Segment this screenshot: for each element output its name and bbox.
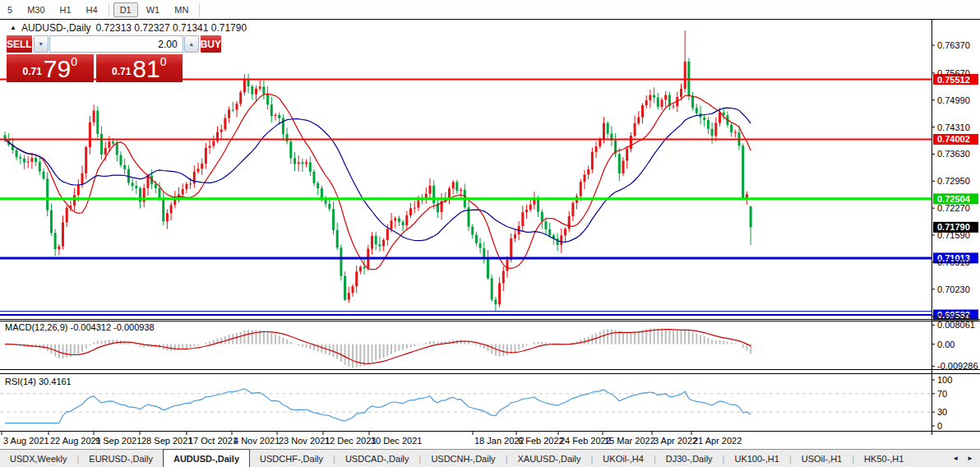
- rsi-axis-label: 0: [937, 421, 942, 431]
- timeframe-button-H4[interactable]: H4: [80, 2, 104, 17]
- toolbar-separator: [199, 3, 200, 16]
- macd-axis: 0.0080610.00-0.009286: [931, 320, 978, 371]
- x-axis-label: 15 Mar 2022: [604, 436, 655, 446]
- price-axis-label: 0.76370: [937, 40, 970, 50]
- tab-usdcad-daily[interactable]: USDCAD-,Daily: [335, 450, 419, 467]
- x-axis-label: 22 Aug 2021: [50, 436, 101, 446]
- price-axis-label: 0.73630: [937, 149, 970, 159]
- timeframe-button-5[interactable]: 5: [1, 2, 19, 17]
- sell-price-prefix: 0.71: [22, 66, 41, 77]
- rsi-name: RSI(14): [5, 377, 36, 386]
- macd-label: MACD(12,26,9) -0.004312 -0.000938: [5, 322, 155, 332]
- tab-eurusd-daily[interactable]: EURUSD-,Daily: [79, 450, 163, 467]
- tab-usoil-h1[interactable]: USOil-,H1: [792, 450, 853, 467]
- volume-spinner: ▼ ▲: [34, 35, 199, 53]
- tab-usdchf-daily[interactable]: USDCHF-,Daily: [250, 450, 333, 467]
- price-axis-label: 0.70230: [937, 284, 970, 294]
- rsi-axis: 10070300: [931, 375, 952, 431]
- macd-values: -0.004312 -0.000938: [70, 322, 154, 332]
- tab-ukoil-h4[interactable]: UKOil-,H4: [593, 450, 654, 467]
- timeframe-button-MN[interactable]: MN: [168, 2, 195, 17]
- tab-xauusd-daily[interactable]: XAUUSD-,Daily: [507, 450, 590, 467]
- chart-header: ▲ AUDUSD-,Daily 0.72313 0.72327 0.71341 …: [10, 22, 247, 34]
- price-axis-label: 0.74990: [937, 95, 970, 105]
- levels-layer: 0.755120.740020.725040.710130.695820.717…: [0, 74, 978, 321]
- volume-decrease-button[interactable]: ▼: [34, 35, 49, 53]
- trading-platform-window: 5M30H1H4D1W1MN 0.755120.740020.725040.71…: [0, 0, 980, 467]
- price-axis-label: 0.72950: [937, 176, 970, 186]
- ma-slow-line: [5, 108, 751, 242]
- price-axis-label: 0.75670: [937, 68, 970, 78]
- x-axis-label: 30 Dec 2021: [371, 436, 422, 446]
- tab-audusd-daily[interactable]: AUDUSD-,Daily: [163, 449, 250, 467]
- sell-button[interactable]: SELL: [7, 35, 32, 53]
- timeframe-toolbar: 5M30H1H4D1W1MN: [0, 0, 980, 19]
- timeframe-button-M30[interactable]: M30: [21, 2, 51, 17]
- x-axis: 3 Aug 202122 Aug 20219 Sep 202128 Sep 20…: [2, 432, 742, 446]
- x-axis-label: 6 Feb 2022: [518, 436, 564, 446]
- tab-scroll-right-icon[interactable]: ►: [967, 455, 973, 462]
- collapse-chart-icon[interactable]: ▲: [10, 24, 16, 31]
- x-axis-label: 9 Sep 2021: [95, 436, 141, 446]
- buy-price-panel[interactable]: 0.71 81 0: [96, 54, 183, 82]
- tab-scroll-left-icon[interactable]: ◄: [952, 455, 959, 462]
- rsi-label: RSI(14) 30.4161: [5, 377, 72, 386]
- price-axis-label: 0.71590: [937, 230, 970, 240]
- sell-price-point: 0: [71, 55, 77, 68]
- x-axis-label: 12 Dec 2021: [325, 436, 376, 446]
- macd-histogram: [5, 328, 751, 368]
- x-axis-label: 18 Jan 2022: [474, 436, 525, 446]
- macd-name: MACD(12,26,9): [5, 322, 67, 332]
- rsi-axis-label: 100: [937, 375, 952, 385]
- volume-increase-button[interactable]: ▲: [184, 35, 199, 53]
- rsi-axis-label: 30: [937, 407, 947, 417]
- sell-price-panel[interactable]: 0.71 79 0: [7, 54, 94, 82]
- timeframe-button-H1[interactable]: H1: [53, 2, 78, 17]
- timeframe-button-W1[interactable]: W1: [140, 2, 167, 17]
- tab-uk100-h1[interactable]: UK100-,H1: [724, 450, 788, 467]
- chart-ohlc-values: 0.72313 0.72327 0.71341 0.71790: [96, 22, 247, 34]
- price-axis-label: 0.70910: [937, 257, 970, 267]
- x-axis-label: 4 Nov 2021: [233, 436, 280, 446]
- rsi-axis-label: 70: [937, 389, 947, 399]
- chart-tab-bar: USDX,Weekly|EURUSD-,DailyAUDUSD-,DailyUS…: [0, 449, 980, 467]
- x-axis-label: 17 Oct 2021: [188, 436, 238, 446]
- x-axis-label: 24 Feb 2022: [560, 436, 611, 446]
- tab-dj30-daily[interactable]: DJ30-,Daily: [656, 450, 723, 467]
- volume-input[interactable]: [49, 35, 183, 53]
- buy-button[interactable]: BUY: [201, 35, 221, 53]
- tab-usdcnh-daily[interactable]: USDCNH-,Daily: [421, 450, 505, 467]
- timeframe-button-D1[interactable]: D1: [113, 2, 138, 17]
- price-tag-text: 0.74002: [937, 134, 970, 144]
- tab-hk50-h1[interactable]: HK50-,H1: [854, 450, 913, 467]
- macd-axis-label: 0.00: [937, 340, 955, 349]
- buy-price-prefix: 0.71: [112, 66, 131, 77]
- buy-price-point: 0: [160, 55, 167, 68]
- price-axis-label: 0.74310: [937, 123, 970, 132]
- tab-scroll-arrows: ◄►: [952, 450, 980, 467]
- rsi-value: 30.4161: [39, 377, 72, 386]
- buy-price-pips: 81: [132, 58, 159, 80]
- x-axis-label: 3 Apr 2022: [654, 436, 697, 446]
- chart-title: AUDUSD-,Daily: [21, 22, 91, 34]
- x-axis-label: 21 Apr 2022: [693, 436, 742, 446]
- x-axis-label: 23 Nov 2021: [279, 436, 330, 446]
- one-click-trade-widget: SELL ▼ ▲ BUY 0.71 79 0 0.71 81 0: [7, 35, 187, 82]
- macd-axis-label: 0.008061: [937, 320, 975, 330]
- tab-usdx-weekly[interactable]: USDX,Weekly: [0, 450, 76, 467]
- toolbar-separator: [109, 3, 109, 16]
- price-tag-text: 0.72504: [937, 194, 971, 204]
- price-axis-label: 0.72270: [937, 203, 970, 213]
- sell-price-pips: 79: [44, 58, 71, 80]
- x-axis-label: 3 Aug 2021: [3, 436, 49, 446]
- x-axis-label: 28 Sep 2021: [141, 436, 192, 446]
